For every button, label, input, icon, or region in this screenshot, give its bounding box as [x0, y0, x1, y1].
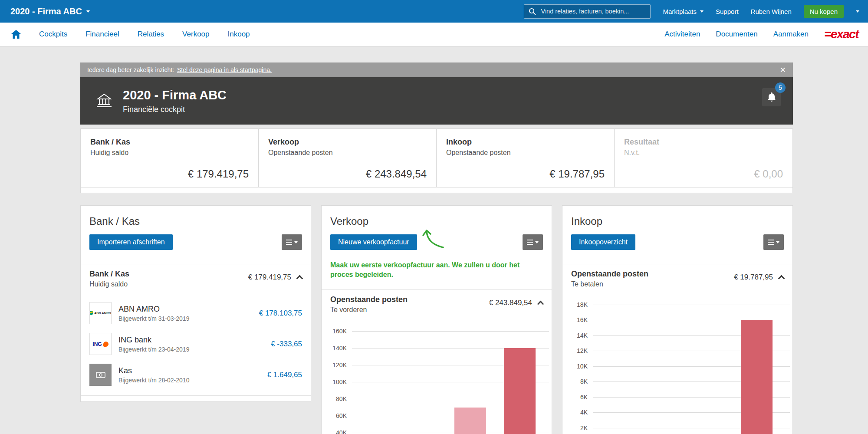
- chart-tick-label: 6K: [569, 393, 588, 401]
- main-nav: Cockpits Financieel Relaties Verkoop Ink…: [0, 23, 868, 46]
- importeren-afschriften-button[interactable]: Importeren afschriften: [89, 234, 173, 250]
- chevron-down-icon: [535, 241, 539, 243]
- company-selector[interactable]: 2020 - Firma ABC: [10, 7, 90, 16]
- kpi-resultaat[interactable]: Resultaat N.v.t. € 0,00: [615, 129, 792, 187]
- summary-title: Openstaande posten: [330, 295, 408, 304]
- summary-text: Bank / Kas Huidig saldo: [89, 270, 129, 288]
- bell-icon: [767, 92, 776, 102]
- kpi-subtitle: N.v.t.: [624, 149, 783, 157]
- nav-right: Activiteiten Documenten Aanmaken =exact: [664, 27, 858, 41]
- home-button[interactable]: [11, 30, 21, 39]
- company-name: 2020 - Firma ABC: [10, 7, 82, 16]
- chart-tick-label: 100K: [328, 378, 347, 386]
- chevron-up-icon[interactable]: [778, 275, 785, 282]
- nu-kopen-button[interactable]: Nu kopen: [804, 5, 844, 18]
- kpi-card: Bank / Kas Huidig saldo € 179.419,75 Ver…: [80, 128, 793, 193]
- kpi-subtitle: Huidig saldo: [90, 149, 249, 157]
- nav-financieel[interactable]: Financieel: [85, 30, 119, 39]
- kas-cash-icon: [89, 364, 112, 386]
- account-text: ABN AMRO Bijgewerkt t/m 31-03-2019: [118, 305, 189, 322]
- support-link[interactable]: Support: [716, 8, 739, 15]
- inkoop-panel: Inkoop Inkoopoverzicht Openstaande poste…: [562, 205, 793, 434]
- search-input[interactable]: [540, 7, 646, 15]
- kpi-value: € 243.849,54: [366, 168, 427, 180]
- chart-tick-label: 16K: [569, 316, 588, 324]
- chart-gridline: [593, 305, 790, 305]
- nav-verkoop[interactable]: Verkoop: [182, 30, 209, 39]
- abn-amro-logo: ABN·AMRO: [89, 302, 112, 324]
- main-content: Iedere dag beter zakelijk inzicht: Stel …: [80, 62, 793, 434]
- hamburger-icon: [286, 238, 292, 246]
- chart-tick-label: 14K: [569, 331, 588, 340]
- kpi-subtitle: Openstaande posten: [268, 149, 427, 157]
- nav-left: Cockpits Financieel Relaties Verkoop Ink…: [11, 30, 250, 39]
- chevron-up-icon[interactable]: [296, 275, 303, 282]
- summary-subtitle: Te vorderen: [330, 306, 408, 314]
- notification-badge: 5: [775, 82, 786, 93]
- close-icon[interactable]: ✕: [780, 66, 786, 74]
- chart-tick-label: 4K: [569, 408, 588, 417]
- startpage-banner: Iedere dag beter zakelijk inzicht: Stel …: [80, 62, 793, 77]
- bank-kas-panel: Bank / Kas Importeren afschriften Bank /…: [80, 205, 311, 402]
- nav-cockpits[interactable]: Cockpits: [39, 30, 67, 39]
- marktplaats-menu[interactable]: Marktplaats: [663, 8, 704, 15]
- chart-tick-label: 2K: [569, 424, 588, 432]
- account-updated: Bijgewerkt t/m 28-02-2010: [118, 377, 189, 384]
- nav-inkoop[interactable]: Inkoop: [228, 30, 250, 39]
- ing-logo: ING: [89, 333, 112, 355]
- account-name: ABN AMRO: [118, 305, 189, 314]
- ing-logo-text: ING: [92, 341, 102, 347]
- exact-logo[interactable]: =exact: [824, 27, 858, 41]
- hamburger-icon: [527, 238, 533, 246]
- notifications: 5: [762, 88, 781, 106]
- cockpit-header-text: 2020 - Firma ABC Financiële cockpit: [123, 88, 227, 114]
- home-icon: [11, 30, 21, 39]
- set-startpage-link[interactable]: Stel deze pagina in als startpagina.: [177, 66, 272, 73]
- chevron-down-icon[interactable]: [856, 10, 859, 13]
- page: 2020 - Firma ABC Marktplaats Support Rub…: [0, 0, 868, 434]
- nav-documenten[interactable]: Documenten: [716, 30, 757, 39]
- account-row-abn-amro[interactable]: ABN·AMRO ABN AMRO Bijgewerkt t/m 31-03-2…: [89, 298, 302, 329]
- inkoopoverzicht-button[interactable]: Inkoopoverzicht: [571, 234, 635, 250]
- account-row-kas[interactable]: Kas Bijgewerkt t/m 28-02-2010 € 1.649,65: [89, 359, 302, 390]
- chart-tick-label: 160K: [328, 327, 347, 335]
- nieuwe-verkoopfactuur-button[interactable]: Nieuwe verkoopfactuur: [330, 234, 417, 250]
- chart-bar: [504, 348, 536, 434]
- chevron-down-icon: [776, 241, 779, 243]
- panel-menu-button[interactable]: [282, 234, 302, 250]
- kpi-title: Verkoop: [268, 138, 427, 147]
- page-subtitle: Financiële cockpit: [123, 105, 227, 114]
- page-title: 2020 - Firma ABC: [123, 88, 227, 102]
- account-value: € 178.103,75: [259, 309, 302, 318]
- support-label: Support: [716, 8, 739, 15]
- panel-menu-button[interactable]: [523, 234, 543, 250]
- nav-relaties[interactable]: Relaties: [138, 30, 164, 39]
- chart-tick-label: 120K: [328, 361, 347, 369]
- global-search[interactable]: [524, 4, 651, 19]
- abn-shield-icon: [90, 310, 93, 316]
- panel-actions: Nieuwe verkoopfactuur: [322, 227, 552, 250]
- nav-aanmaken[interactable]: Aanmaken: [773, 30, 809, 39]
- summary-right: € 179.419,75: [248, 270, 302, 282]
- user-menu[interactable]: Ruben Wijnen: [751, 8, 792, 15]
- banner-text: Iedere dag beter zakelijk inzicht:: [87, 66, 174, 73]
- panel-title: Bank / Kas: [81, 206, 311, 227]
- account-row-ing[interactable]: ING ING bank Bijgewerkt t/m 23-04-2019 €…: [89, 329, 302, 359]
- chevron-up-icon[interactable]: [537, 301, 544, 308]
- abn-logo-text: ABN·AMRO: [94, 312, 111, 315]
- summary-subtitle: Te betalen: [571, 280, 648, 288]
- chevron-down-icon: [294, 241, 298, 243]
- chart-tick-label: 18K: [569, 300, 588, 309]
- panel-title: Inkoop: [562, 206, 792, 227]
- kpi-verkoop[interactable]: Verkoop Openstaande posten € 243.849,54: [259, 129, 437, 187]
- kpi-inkoop[interactable]: Inkoop Openstaande posten € 19.787,95: [437, 129, 615, 187]
- panel-menu-button[interactable]: [763, 234, 784, 250]
- chart-tick-label: 80K: [328, 395, 347, 403]
- accounts-list: ABN·AMRO ABN AMRO Bijgewerkt t/m 31-03-2…: [81, 294, 311, 390]
- kpi-bank-kas[interactable]: Bank / Kas Huidig saldo € 179.419,75: [81, 129, 259, 187]
- nav-activiteiten[interactable]: Activiteiten: [664, 30, 700, 39]
- chart-tick-label: 40K: [328, 428, 347, 434]
- summary-right: € 243.849,54: [489, 295, 543, 307]
- account-value: € 1.649,65: [267, 371, 302, 379]
- kpi-subtitle: Openstaande posten: [446, 149, 605, 157]
